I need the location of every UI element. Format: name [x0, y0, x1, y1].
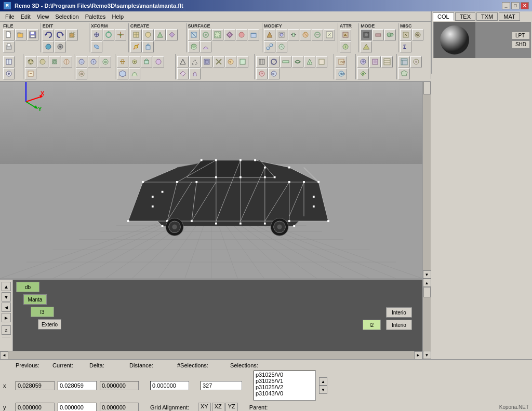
r2-xform2[interactable]: ↕	[88, 56, 99, 67]
current-y-field[interactable]: 0.000000	[58, 403, 97, 411]
xz-button[interactable]: XZ	[212, 403, 224, 411]
menu-edit[interactable]: Edit	[18, 12, 34, 21]
xy-button[interactable]: XY	[198, 403, 211, 411]
scene-scroll-thumb[interactable]	[423, 287, 431, 297]
r2-attr2[interactable]: dof	[336, 68, 347, 79]
hscroll-left-button[interactable]: ◄	[0, 351, 8, 360]
distance-field[interactable]: 0.000000	[150, 381, 189, 390]
create4-button[interactable]	[166, 29, 178, 40]
surf3-button[interactable]	[212, 29, 223, 40]
menu-file[interactable]: File	[2, 12, 18, 21]
current-x-field[interactable]: 0.028059	[58, 381, 97, 390]
r2-misc3[interactable]	[398, 68, 410, 79]
db-node-button[interactable]: db	[16, 282, 39, 292]
r2-attr1[interactable]: lod	[336, 56, 347, 67]
misc3-button[interactable]: Σ	[400, 41, 411, 52]
scale-button[interactable]	[115, 29, 126, 40]
menu-palettes[interactable]: Palettes	[82, 12, 109, 21]
menu-selection[interactable]: Selection	[52, 12, 82, 21]
create1-button[interactable]	[130, 29, 142, 40]
r2-create6[interactable]	[129, 68, 140, 79]
r2-misc2[interactable]	[410, 56, 422, 67]
mode2-button[interactable]	[373, 29, 384, 40]
menu-view[interactable]: View	[34, 12, 52, 21]
scene-scrollbar[interactable]: ▲ ▼	[422, 279, 431, 359]
zoom-button[interactable]: Z	[2, 325, 11, 335]
interio1-node-button[interactable]: Interio	[386, 307, 412, 318]
tex-tab[interactable]: TEX	[455, 12, 475, 21]
r2-surf5[interactable]: s	[225, 56, 236, 67]
shd-button[interactable]: SHD	[512, 40, 530, 48]
viewport-3d[interactable]: Z X Y	[0, 71, 422, 279]
col-tab[interactable]: COL	[433, 12, 454, 21]
selection-item[interactable]: p31025/V2	[256, 384, 314, 390]
create3-button[interactable]	[154, 29, 166, 40]
r2-surf4[interactable]	[213, 56, 224, 67]
scene-scroll-up-button[interactable]: ▲	[423, 279, 431, 287]
r2-edit3[interactable]	[49, 56, 60, 67]
r2-create1[interactable]	[117, 56, 128, 67]
rotate-button[interactable]	[103, 29, 114, 40]
r2-edit2[interactable]	[37, 56, 48, 67]
surf4-button[interactable]	[224, 29, 235, 40]
mod4-button[interactable]	[300, 29, 311, 40]
r2-surf3[interactable]	[201, 56, 212, 67]
viewport-scrollbar[interactable]: ▲ ▼	[422, 71, 431, 279]
selection-item[interactable]: p31025/V0	[256, 372, 314, 378]
r2-btn2[interactable]	[3, 68, 15, 79]
open-button[interactable]	[15, 29, 26, 40]
manta-node-button[interactable]: Manta	[23, 294, 47, 305]
sel-scroll-down[interactable]: ▼	[319, 386, 327, 394]
r2-mod5[interactable]	[304, 56, 315, 67]
minimize-button[interactable]: _	[502, 2, 510, 9]
mod1-button[interactable]	[264, 29, 275, 40]
ungroup-button[interactable]	[43, 41, 54, 52]
menu-help[interactable]: Help	[109, 12, 127, 21]
r2-surf7[interactable]	[177, 68, 189, 79]
selections-list[interactable]: p31025/V0p31025/V1p31025/V2p31043/V0	[254, 371, 316, 401]
l2-node-button[interactable]: l2	[363, 320, 381, 330]
r2-btn1[interactable]	[3, 56, 15, 67]
mod2-button[interactable]	[276, 29, 287, 40]
arrow-down-button[interactable]: ▼	[2, 292, 11, 302]
r2-mod1[interactable]	[256, 56, 268, 67]
r2-mode3[interactable]	[381, 56, 393, 67]
r2-create4[interactable]	[153, 56, 164, 67]
surf1-button[interactable]	[188, 29, 200, 40]
misc2-button[interactable]	[412, 29, 423, 40]
r2-create5[interactable]	[117, 68, 128, 79]
r2-mode1[interactable]	[357, 56, 369, 67]
r2-surf2[interactable]	[189, 56, 201, 67]
yz-button[interactable]: YZ	[225, 403, 238, 411]
sel-scroll-up[interactable]: ▲	[319, 377, 327, 386]
r2-edit1[interactable]	[25, 56, 36, 67]
attr2-button[interactable]: T	[340, 41, 351, 52]
maximize-button[interactable]: □	[511, 2, 520, 9]
r2-create3[interactable]	[141, 56, 152, 67]
r2-mod3[interactable]	[280, 56, 291, 67]
r2-mod4[interactable]	[292, 56, 303, 67]
vscroll-down-button[interactable]: ▼	[423, 270, 431, 279]
create2-button[interactable]	[142, 29, 154, 40]
mode3-button[interactable]	[384, 29, 396, 40]
lpt-button[interactable]: LPT	[512, 32, 530, 39]
hscroll-right-button[interactable]: ►	[414, 351, 422, 360]
arrow-right-button[interactable]: ►	[2, 313, 11, 322]
new-button[interactable]	[3, 29, 15, 40]
settings-button[interactable]	[55, 41, 66, 52]
r2-mod6[interactable]	[316, 56, 327, 67]
mod3-button[interactable]	[288, 29, 299, 40]
scene-scroll-down-button[interactable]: ▼	[423, 351, 431, 359]
l3-node-button[interactable]: l3	[31, 307, 54, 317]
r2-mod7[interactable]	[256, 68, 268, 79]
misc1-button[interactable]	[400, 29, 411, 40]
mod8-button[interactable]: S	[276, 41, 287, 52]
save-button[interactable]	[27, 29, 38, 40]
r2-xform1[interactable]: ↔	[76, 56, 87, 67]
r2-mode2[interactable]	[369, 56, 381, 67]
redo-button[interactable]	[55, 29, 66, 40]
r2-misc1[interactable]	[398, 56, 410, 67]
create6-button[interactable]	[142, 41, 154, 52]
surf2-button[interactable]	[200, 29, 211, 40]
mode4-button[interactable]	[361, 41, 372, 52]
